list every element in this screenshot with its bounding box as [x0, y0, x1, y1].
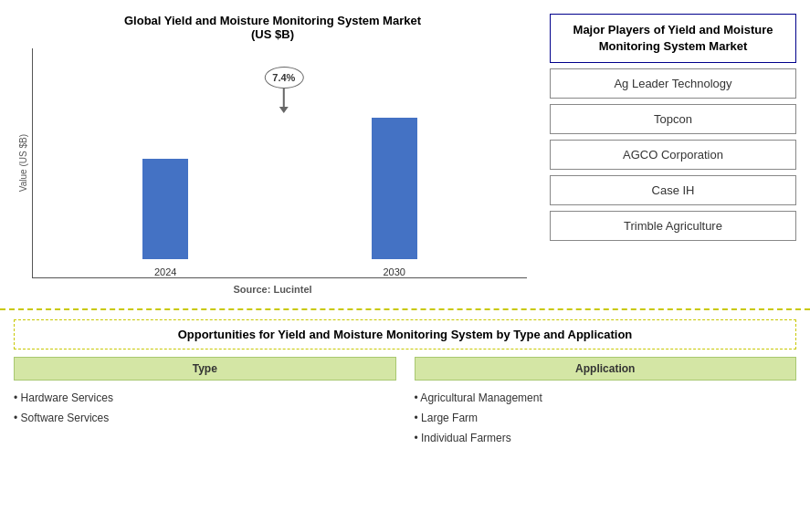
bar-group-2030: 2030: [372, 118, 417, 277]
players-header: Major Players of Yield and Moisture Moni…: [550, 14, 796, 63]
application-column-header: Application: [415, 357, 797, 381]
bar-2030: [372, 118, 417, 259]
bar-label-2024: 2024: [154, 266, 176, 277]
bottom-content: Type • Hardware Services • Software Serv…: [14, 357, 796, 523]
bars-container: 7.4% 2024 2030: [32, 48, 527, 278]
application-column: Application • Agricultural Management • …: [415, 357, 797, 523]
player-item-4: Trimble Agriculture: [550, 211, 796, 241]
type-column: Type • Hardware Services • Software Serv…: [14, 357, 396, 523]
annotation-bubble: 7.4%: [264, 67, 303, 89]
chart-title: Global Yield and Moisture Monitoring Sys…: [124, 14, 421, 41]
type-item-1: • Software Services: [14, 410, 396, 426]
y-axis-label: Value (US $B): [18, 134, 28, 192]
application-item-2: • Individual Farmers: [415, 430, 797, 446]
player-item-1: Topcon: [550, 104, 796, 134]
type-items: • Hardware Services • Software Services: [14, 386, 396, 430]
player-item-2: AGCO Corporation: [550, 140, 796, 170]
source-text: Source: Lucintel: [233, 284, 311, 295]
bar-2024: [142, 159, 188, 259]
application-item-1: • Large Farm: [415, 410, 797, 426]
player-item-0: Ag Leader Technology: [550, 68, 796, 99]
annotation-line: [283, 89, 285, 107]
chart-area: Value (US $B) 7.4% 2024: [18, 48, 527, 278]
application-items: • Agricultural Management • Large Farm •…: [415, 386, 797, 450]
type-item-0: • Hardware Services: [14, 390, 396, 406]
chart-section: Global Yield and Moisture Monitoring Sys…: [9, 9, 536, 299]
main-container: Global Yield and Moisture Monitoring Sys…: [0, 0, 810, 532]
type-column-header: Type: [14, 357, 396, 381]
annotation: 7.4%: [264, 67, 303, 113]
player-item-3: Case IH: [550, 175, 796, 205]
bar-label-2030: 2030: [384, 266, 405, 277]
opportunities-header: Opportunities for Yield and Moisture Mon…: [14, 319, 796, 349]
players-section: Major Players of Yield and Moisture Moni…: [545, 9, 801, 299]
bottom-section: Opportunities for Yield and Moisture Mon…: [0, 310, 810, 532]
top-section: Global Yield and Moisture Monitoring Sys…: [0, 0, 810, 310]
application-item-0: • Agricultural Management: [415, 390, 797, 406]
chart-inner: 7.4% 2024 2030: [32, 48, 527, 278]
arrow-head: [279, 107, 289, 113]
bar-group-2024: 2024: [142, 159, 188, 277]
